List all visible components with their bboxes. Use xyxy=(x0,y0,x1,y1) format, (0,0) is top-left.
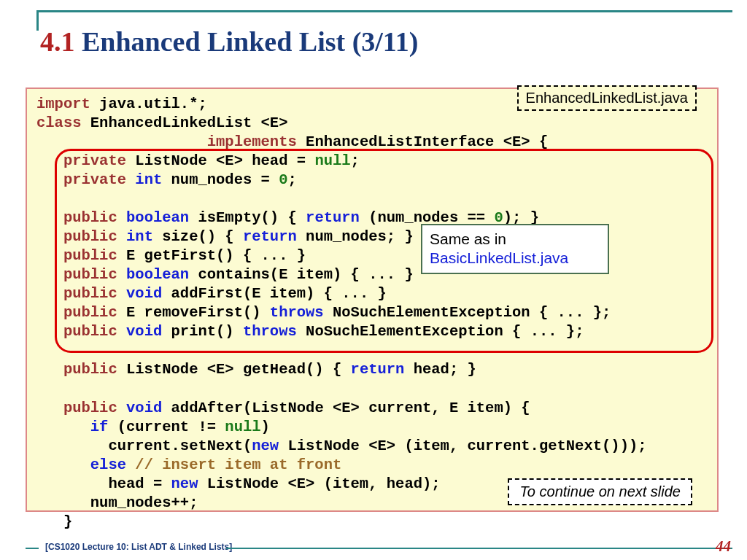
file-name-label: EnhancedLinkedList.java xyxy=(517,85,697,111)
title-num: 4.1 xyxy=(40,26,75,57)
footer-text: [CS1020 Lecture 10: List ADT & Linked Li… xyxy=(45,542,232,552)
code-body: import java.util.*; class EnhancedLinked… xyxy=(36,95,647,532)
continue-note: To continue on next slide xyxy=(508,478,692,505)
annotation-line1: Same as in xyxy=(430,230,506,247)
code-listing: EnhancedLinkedList.java import java.util… xyxy=(26,88,719,512)
page-number: 44 xyxy=(716,537,731,556)
title-text: Enhanced Linked List (3/11) xyxy=(75,26,419,57)
annotation-line2: BasicLinkedList.java xyxy=(430,249,568,266)
footer-rule-right xyxy=(226,548,732,549)
header-left-tick xyxy=(36,10,39,31)
slide-title: 4.1 Enhanced Linked List (3/11) xyxy=(40,26,418,58)
header-top-rule xyxy=(36,10,732,12)
footer-rule-left xyxy=(26,548,39,549)
annotation-box: Same as in BasicLinkedList.java xyxy=(421,224,609,274)
